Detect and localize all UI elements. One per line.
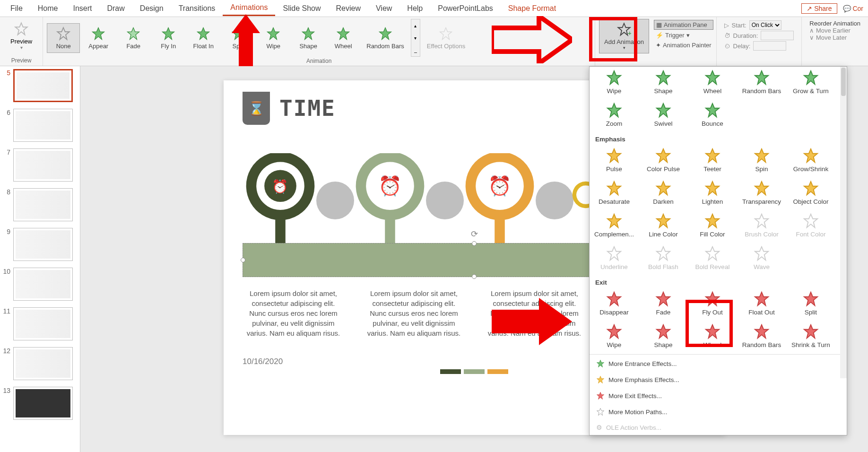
svg-marker-65 (492, 298, 572, 345)
dropdown-scrollbar[interactable] (840, 67, 847, 378)
ribbon: Preview ▾ Preview None Appear Fade Fly I… (0, 17, 868, 66)
dd-item-wheel[interactable]: Wheel (688, 67, 737, 99)
dd-item-darken[interactable]: Darken (639, 177, 688, 210)
thumb-8[interactable]: 8 (2, 188, 78, 221)
move-later[interactable]: ∨ Move Later (809, 34, 860, 41)
start-select[interactable]: On Click (749, 20, 781, 30)
more-motion[interactable]: More Motion Paths... (590, 404, 847, 420)
dd-item-fade[interactable]: Fade (639, 288, 688, 321)
rotate-handle[interactable]: ⟳ (471, 229, 478, 239)
more-entrance[interactable]: More Entrance Effects... (590, 356, 847, 372)
svg-marker-32 (706, 149, 719, 162)
svg-marker-50 (657, 292, 670, 305)
anim-randombars[interactable]: Random Bars (362, 24, 408, 52)
dd-item-wipe[interactable]: Wipe (590, 321, 639, 353)
tab-home[interactable]: Home (30, 1, 66, 16)
svg-marker-26 (804, 71, 817, 84)
dd-item-swivel[interactable]: Swivel (639, 99, 688, 132)
thumb-12[interactable]: 12 (2, 347, 78, 380)
dd-item-grow-shrink[interactable]: Grow/Shrink (786, 145, 835, 177)
animation-pane-button[interactable]: ▦Animation Pane (654, 20, 713, 30)
thumb-7[interactable]: 7 (2, 148, 78, 182)
animation-painter-button[interactable]: ✦Animation Painter (654, 41, 713, 50)
dd-item-shrink-turn[interactable]: Shrink & Turn (786, 321, 835, 353)
tab-review[interactable]: Review (329, 1, 368, 16)
thumb-5[interactable]: 5 (2, 69, 78, 102)
move-earlier[interactable]: ∧ Move Earlier (809, 27, 860, 34)
tab-view[interactable]: View (368, 1, 399, 16)
dd-item-random-bars[interactable]: Random Bars (737, 67, 786, 99)
anim-fade[interactable]: Fade (117, 24, 150, 52)
thumb-13[interactable]: 13 (2, 387, 78, 420)
dd-item-line-color[interactable]: Line Color (639, 210, 688, 243)
share-button[interactable]: ↗ Share (801, 3, 837, 14)
dd-item-transparency[interactable]: Transparency (737, 177, 786, 210)
dd-item-split[interactable]: Split (786, 288, 835, 321)
dd-item-bounce[interactable]: Bounce (688, 99, 737, 132)
dd-item-spin[interactable]: Spin (737, 145, 786, 177)
text-col-1: Lorem ipsum dolor sit amet, consectetur … (243, 288, 344, 338)
more-exit[interactable]: More Exit Effects... (590, 388, 847, 404)
dd-item-pulse[interactable]: Pulse (590, 145, 639, 177)
anim-wheel[interactable]: Wheel (327, 24, 360, 52)
dd-item-disappear[interactable]: Disappear (590, 288, 639, 321)
gallery-down[interactable]: ▾ (411, 32, 420, 44)
dd-item-zoom[interactable]: Zoom (590, 99, 639, 132)
gear-icon: ⚙ (596, 424, 602, 431)
dd-item-random-bars[interactable]: Random Bars (737, 321, 786, 353)
ole-label: OLE Action Verbs... (606, 424, 661, 431)
svg-marker-45 (608, 247, 621, 260)
dd-item-lighten[interactable]: Lighten (688, 177, 737, 210)
dd-item-shape[interactable]: Shape (639, 67, 688, 99)
timing-start[interactable]: ▷ Start: On Click (724, 20, 794, 30)
tab-pptlabs[interactable]: PowerPointLabs (430, 1, 501, 16)
tab-transitions[interactable]: Transitions (171, 1, 223, 16)
dd-item-object-color[interactable]: Object Color (786, 177, 835, 210)
svg-marker-39 (804, 182, 817, 195)
tab-file[interactable]: File (3, 1, 30, 16)
dd-item-teeter[interactable]: Teeter (688, 145, 737, 177)
star-floatin-icon (196, 26, 210, 41)
timeline-dot (426, 182, 464, 219)
dd-item-shape[interactable]: Shape (639, 321, 688, 353)
dd-item-desaturate[interactable]: Desaturate (590, 177, 639, 210)
svg-marker-59 (597, 360, 604, 367)
thumb-9[interactable]: 9 (2, 228, 78, 261)
effect-options-icon (439, 26, 453, 41)
tab-shape-format[interactable]: Shape Format (501, 1, 564, 16)
resize-handle-s[interactable] (472, 274, 477, 279)
anim-none[interactable]: None (47, 23, 80, 53)
svg-marker-54 (608, 325, 621, 338)
svg-marker-62 (597, 409, 604, 416)
thumb-11[interactable]: 11 (2, 307, 78, 340)
comments-button[interactable]: 💬 Cor (841, 4, 865, 13)
gallery-scroll: ▴ ▾ ⎯ (411, 19, 420, 57)
resize-handle-w[interactable] (241, 258, 245, 262)
preview-button[interactable]: Preview ▾ (4, 19, 39, 53)
trigger-button[interactable]: ⚡Trigger ▾ (654, 31, 713, 40)
resize-handle-n[interactable] (472, 241, 477, 246)
anim-appear[interactable]: Appear (82, 24, 115, 52)
thumbnail-panel[interactable]: 5 6 7 8 9 10 11 12 13 (0, 66, 80, 452)
anim-wipe[interactable]: Wipe (257, 24, 290, 52)
anim-shape[interactable]: Shape (292, 24, 325, 52)
tab-help[interactable]: Help (399, 1, 430, 16)
tab-slideshow[interactable]: Slide Show (275, 1, 328, 16)
thumb-6[interactable]: 6 (2, 109, 78, 142)
tab-design[interactable]: Design (132, 1, 171, 16)
dd-item-color-pulse[interactable]: Color Pulse (639, 145, 688, 177)
anim-flyin[interactable]: Fly In (152, 24, 185, 52)
tab-insert[interactable]: Insert (65, 1, 99, 16)
thumb-10[interactable]: 10 (2, 268, 78, 301)
gallery-up[interactable]: ▴ (411, 19, 420, 32)
dd-item-fill-color[interactable]: Fill Color (688, 210, 737, 243)
tab-draw[interactable]: Draw (99, 1, 132, 16)
dd-item-float-out[interactable]: Float Out (737, 288, 786, 321)
gallery-more[interactable]: ⎯ (411, 44, 420, 56)
dd-item-grow-turn[interactable]: Grow & Turn (786, 67, 835, 99)
dd-item-wipe[interactable]: Wipe (590, 67, 639, 99)
dd-item-complemen-[interactable]: Complemen... (590, 210, 639, 243)
more-emphasis[interactable]: More Emphasis Effects... (590, 372, 847, 388)
effect-options[interactable]: Effect Options (422, 24, 470, 52)
anim-floatin[interactable]: Float In (187, 24, 220, 52)
